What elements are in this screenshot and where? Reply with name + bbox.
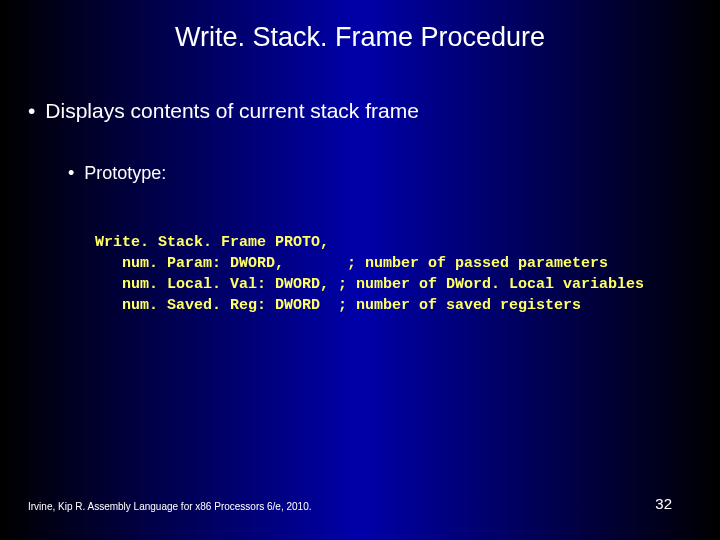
code-block: Write. Stack. Frame PROTO, num. Param: D… bbox=[0, 184, 720, 316]
bullet-level-1: •Displays contents of current stack fram… bbox=[0, 53, 720, 123]
bullet-2-text: Prototype: bbox=[84, 163, 166, 183]
page-number: 32 bbox=[655, 495, 672, 512]
bullet-dot: • bbox=[28, 99, 45, 122]
bullet-1-text: Displays contents of current stack frame bbox=[45, 99, 418, 122]
footer-citation: Irvine, Kip R. Assembly Language for x86… bbox=[28, 501, 312, 512]
slide-title: Write. Stack. Frame Procedure bbox=[0, 0, 720, 53]
bullet-dot: • bbox=[68, 163, 84, 183]
bullet-level-2: •Prototype: bbox=[0, 123, 720, 184]
